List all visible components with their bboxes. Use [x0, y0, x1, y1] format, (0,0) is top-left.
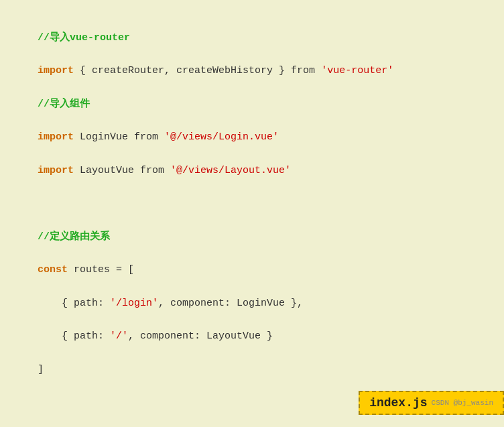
string-3: '@/views/Layout.vue': [170, 165, 291, 176]
code-block: //导入vue-router import { createRouter, cr…: [13, 13, 491, 427]
code-text-6: , component: LoginVue },: [158, 298, 303, 309]
keyword-import-2: import: [38, 131, 74, 143]
keyword-const-1: const: [38, 264, 68, 276]
code-text-4: routes = [: [68, 264, 134, 276]
string-2: '@/views/Login.vue': [164, 131, 279, 143]
code-container: //导入vue-router import { createRouter, cr…: [0, 0, 504, 427]
string-1: 'vue-router': [321, 65, 393, 76]
keyword-import-1: import: [38, 65, 74, 76]
code-text-1: { createRouter, createWebHistory }: [74, 65, 291, 76]
string-4: '/login': [110, 298, 158, 309]
filename-text: index.js: [369, 396, 427, 410]
filename-badge: index.js CSDN @bj_wasin: [359, 391, 504, 415]
code-text-2: LoginVue: [74, 131, 134, 143]
comment-line-1: //导入vue-router: [38, 32, 130, 44]
from-kw-2: from: [134, 131, 158, 143]
from-kw-3: from: [140, 165, 164, 176]
keyword-import-3: import: [38, 165, 74, 176]
from-kw-1: from: [291, 65, 315, 76]
code-text-9: ]: [38, 364, 44, 375]
comment-line-2: //导入组件: [38, 99, 90, 110]
space-2: [158, 131, 164, 143]
code-text-5: { path:: [38, 298, 110, 309]
string-5: '/': [110, 330, 128, 342]
watermark-text: CSDN @bj_wasin: [432, 399, 493, 407]
code-text-7: { path:: [38, 330, 110, 342]
code-text-3: LayoutVue: [74, 165, 140, 176]
space-1: [315, 65, 321, 76]
space-3: [164, 165, 170, 176]
comment-line-3: //定义路由关系: [38, 231, 110, 243]
code-text-8: , component: LayoutVue }: [128, 330, 273, 342]
